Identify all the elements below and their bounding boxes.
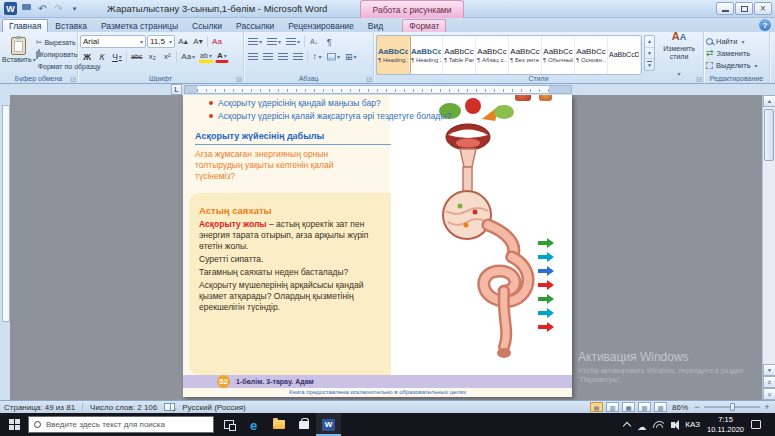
text-highlight-button[interactable] [198, 50, 214, 63]
document-page[interactable]: Асқорыту үдерісінің қандай маңызы бар? А… [183, 95, 572, 397]
copy-button[interactable]: Копировать [36, 50, 75, 60]
align-center-button[interactable] [261, 50, 275, 63]
numbering-button[interactable] [265, 35, 283, 48]
tab-page-layout[interactable]: Разметка страницы [94, 19, 185, 32]
zoom-slider-thumb[interactable] [730, 403, 735, 411]
clear-formatting-button[interactable] [210, 35, 224, 48]
font-size-combo[interactable]: 11,5 [147, 35, 175, 48]
style-chip[interactable]: AaBbCc¶ Table Par... [443, 36, 476, 74]
line-spacing-button[interactable] [310, 50, 324, 63]
tab-home[interactable]: Главная [2, 19, 48, 32]
shading-button[interactable] [325, 50, 342, 63]
align-right-button[interactable] [276, 50, 290, 63]
scrollbar-thumb[interactable] [764, 109, 774, 161]
word-count[interactable]: Число слов: 2 106 [90, 403, 157, 412]
format-painter-button[interactable]: Формат по образцу [36, 61, 75, 71]
strikethrough-button[interactable] [129, 50, 144, 63]
shrink-font-button[interactable] [191, 35, 205, 48]
change-styles-button[interactable]: Изменить стили [657, 35, 701, 71]
cut-button[interactable]: Вырезать [36, 38, 75, 48]
web-view-icon[interactable]: ▦ [622, 402, 635, 412]
paste-button[interactable]: Вставить [2, 35, 36, 71]
tab-view[interactable]: Вид [361, 19, 390, 32]
tab-references[interactable]: Ссылки [185, 19, 229, 32]
redo-icon[interactable] [52, 3, 65, 15]
font-dialog-launcher[interactable] [236, 76, 242, 82]
zoom-in-icon[interactable]: + [763, 402, 771, 412]
onedrive-icon[interactable] [637, 416, 646, 434]
network-icon[interactable] [653, 421, 664, 428]
style-chip[interactable]: AaBbCc¶ Heading 1 [377, 36, 410, 74]
tab-review[interactable]: Рецензирование [281, 19, 361, 32]
previous-page-icon[interactable] [763, 376, 775, 388]
file-explorer-button[interactable] [266, 413, 291, 436]
show-marks-button[interactable] [322, 35, 336, 48]
gallery-more-icon[interactable] [645, 59, 654, 70]
fullscreen-view-icon[interactable]: ▥ [606, 402, 619, 412]
clock[interactable]: 7:15 10.11.2020 [707, 415, 744, 434]
language-indicator[interactable]: Русский (Россия) [182, 403, 245, 412]
bold-button[interactable]: Ж [80, 50, 94, 63]
horizontal-ruler[interactable] [184, 85, 572, 94]
underline-button[interactable]: Ч [110, 50, 124, 63]
tab-insert[interactable]: Вставка [48, 19, 94, 32]
tab-selector[interactable] [171, 84, 182, 95]
word-app-icon[interactable] [4, 2, 17, 15]
borders-button[interactable] [343, 50, 359, 63]
action-center-icon[interactable] [751, 420, 761, 429]
vertical-ruler[interactable] [0, 95, 10, 400]
restore-button[interactable] [735, 2, 753, 15]
start-button[interactable] [0, 413, 28, 436]
find-button[interactable]: Найти [706, 36, 767, 46]
vertical-scrollbar[interactable] [762, 95, 775, 400]
word-taskbar-button[interactable] [316, 413, 341, 436]
gallery-down-icon[interactable] [645, 48, 654, 60]
taskbar-search[interactable]: Введите здесь текст для поиска [28, 416, 214, 433]
zoom-slider[interactable] [704, 406, 760, 408]
undo-icon[interactable] [36, 3, 49, 15]
style-chip[interactable]: AaBbCcDdE [608, 36, 641, 74]
tab-format[interactable]: Формат [402, 19, 446, 32]
zoom-level[interactable]: 86% [672, 403, 688, 412]
close-button[interactable] [754, 2, 772, 15]
grow-font-button[interactable] [176, 35, 190, 48]
scroll-down-icon[interactable] [763, 364, 775, 376]
font-color-button[interactable] [215, 50, 229, 63]
superscript-button[interactable] [160, 50, 174, 63]
save-icon[interactable] [20, 3, 33, 15]
draft-view-icon[interactable]: ▨ [654, 402, 667, 412]
hidden-icons-caret-icon[interactable] [623, 421, 631, 429]
language-badge[interactable]: КАЗ [685, 420, 700, 429]
next-page-icon[interactable] [763, 388, 775, 400]
proofing-icon[interactable] [164, 403, 175, 411]
bullets-button[interactable] [246, 35, 264, 48]
style-chip[interactable]: AaBbCc¶ Без инте... [509, 36, 542, 74]
help-icon[interactable] [759, 19, 771, 31]
zoom-out-icon[interactable]: − [693, 402, 701, 412]
clipboard-dialog-launcher[interactable] [70, 76, 76, 82]
store-button[interactable] [291, 413, 316, 436]
italic-button[interactable]: К [95, 50, 109, 63]
paragraph-dialog-launcher[interactable] [366, 76, 372, 82]
style-chip[interactable]: AaBbCc¶ Основн... [575, 36, 608, 74]
font-family-combo[interactable]: Arial [80, 35, 146, 48]
multilevel-list-button[interactable] [284, 35, 302, 48]
select-button[interactable]: Выделить [706, 61, 767, 71]
volume-icon[interactable] [671, 422, 675, 428]
replace-button[interactable]: Заменить [706, 48, 767, 58]
print-layout-view-icon[interactable]: ▤ [590, 402, 603, 412]
style-chip[interactable]: AaBbCc¶ Абзац с... [476, 36, 509, 74]
qat-dropdown-icon[interactable] [68, 3, 81, 15]
style-chip[interactable]: AaBbCc¶ Heading 2 [410, 36, 443, 74]
scroll-up-icon[interactable] [763, 95, 775, 107]
change-case-button[interactable] [179, 50, 197, 63]
page-indicator[interactable]: Страница: 49 из 81 [4, 403, 75, 412]
justify-button[interactable] [291, 50, 305, 63]
gallery-up-icon[interactable] [645, 36, 654, 48]
align-left-button[interactable] [246, 50, 260, 63]
style-chip[interactable]: AaBbCc¶ Обычный [542, 36, 575, 74]
edge-button[interactable] [241, 413, 266, 436]
outline-view-icon[interactable]: ▧ [638, 402, 651, 412]
minimize-button[interactable] [716, 2, 734, 15]
styles-dialog-launcher[interactable] [696, 76, 702, 82]
